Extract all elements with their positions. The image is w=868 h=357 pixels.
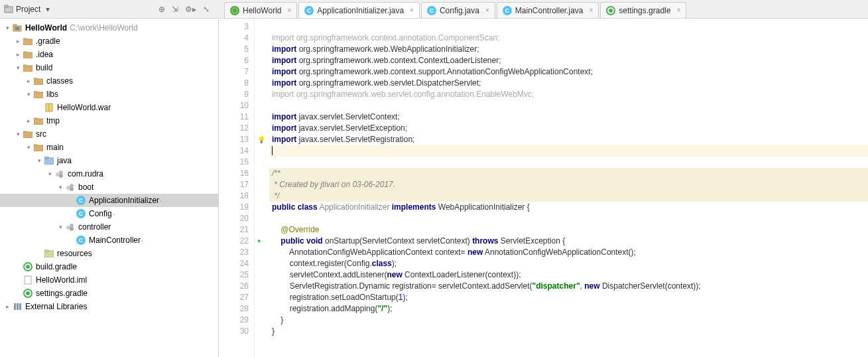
top-toolbar: Project ▾ ⊕ ⇲ ⚙▸ ⤡ HelloWorld×CApplicati… [0, 0, 868, 19]
editor-tab[interactable]: settings.gradle× [600, 2, 686, 18]
expand-arrow-icon[interactable]: ▸ [3, 303, 12, 310]
tree-item[interactable]: ▸settings.gradle [0, 287, 218, 300]
tree-node-icon [12, 302, 23, 311]
tree-item[interactable]: ▸.gradle [0, 35, 218, 48]
tree-node-label: ApplicationInitializer [89, 196, 159, 205]
code-editor[interactable]: 3456789101112131415161718192021222324252… [219, 19, 868, 357]
tree-node-label: build [36, 63, 52, 72]
svg-rect-7 [13, 25, 17, 27]
code-line[interactable]: * Created by jtivari on 03-06-2017. [269, 179, 868, 190]
tree-item[interactable]: ▾src [0, 127, 218, 141]
expand-arrow-icon[interactable]: ▸ [13, 51, 23, 58]
project-icon [4, 5, 13, 14]
code-line[interactable]: context.register(Config.class); [269, 258, 868, 269]
svg-point-5 [609, 9, 613, 13]
external-libraries[interactable]: ▸External Libraries [0, 300, 218, 313]
svg-rect-1 [5, 5, 8, 7]
code-line[interactable]: import javax.servlet.ServletRegistration… [269, 134, 868, 145]
tree-item[interactable]: ▾java [0, 154, 218, 167]
tree-item[interactable]: ▸HelloWorld.iml [0, 273, 218, 287]
code-line[interactable]: import org.springframework.web.servlet.D… [269, 78, 868, 89]
editor-tab[interactable]: CMainController.java× [497, 2, 599, 18]
code-line[interactable] [269, 157, 868, 168]
tree-item[interactable]: ▸CConfig ⬩ [0, 207, 218, 220]
code-line[interactable] [269, 100, 868, 111]
tree-item[interactable]: ▸build.gradle [0, 260, 218, 273]
close-icon[interactable]: × [410, 7, 414, 14]
tree-item[interactable]: ▾build [0, 61, 218, 74]
file-icon: C [427, 6, 436, 15]
editor-tab[interactable]: CApplicationInitializer.java× [298, 2, 420, 18]
target-icon[interactable]: ⊕ [158, 5, 165, 14]
expand-arrow-icon[interactable]: ▾ [56, 184, 65, 190]
editor-tab[interactable]: CConfig.java× [421, 2, 495, 18]
expand-arrow-icon[interactable]: ▾ [45, 171, 54, 177]
code-line[interactable] [269, 213, 868, 224]
tree-item[interactable]: ▸tmp [0, 114, 218, 127]
code-line[interactable]: import org.springframework.web.servlet.c… [269, 89, 868, 100]
expand-arrow-icon[interactable]: ▾ [24, 91, 33, 98]
tree-item[interactable]: ▸classes [0, 74, 218, 88]
code-line[interactable] [269, 21, 868, 33]
tree-item[interactable]: ▾com.rudra [0, 167, 218, 180]
chevron-down-icon[interactable]: ▾ [43, 5, 52, 14]
hide-icon[interactable]: ⤡ [203, 5, 210, 14]
code-line[interactable]: /** [269, 168, 868, 179]
expand-arrow-icon[interactable]: ▸ [24, 117, 33, 124]
tab-label: Config.java [440, 6, 479, 15]
file-icon [606, 6, 615, 15]
svg-rect-29 [14, 303, 16, 310]
tree-item[interactable]: ▸HelloWorld.war [0, 101, 218, 114]
tree-item[interactable]: ▸resources [0, 247, 218, 260]
file-icon [230, 6, 239, 15]
code-line[interactable]: public void onStartup(ServletContext ser… [269, 236, 868, 247]
code-area[interactable]: import org.springframework.context.annot… [269, 19, 868, 357]
code-line[interactable]: import org.springframework.web.context.C… [269, 55, 868, 66]
expand-arrow-icon[interactable]: ▸ [13, 38, 23, 44]
close-icon[interactable]: × [589, 7, 593, 14]
close-icon[interactable]: × [676, 7, 680, 14]
expand-arrow-icon[interactable]: ▸ [24, 78, 33, 84]
code-line[interactable]: public class ApplicationInitializer impl… [269, 202, 868, 213]
code-line[interactable]: import org.springframework.context.annot… [269, 33, 868, 44]
code-line[interactable]: */ [269, 190, 868, 202]
close-icon[interactable]: × [287, 7, 291, 14]
tree-item[interactable]: ▾controller [0, 220, 218, 234]
tree-item[interactable]: ▾main [0, 141, 218, 154]
tree-item-appinit[interactable]: ▸CApplicationInitializer ⬩ [0, 194, 218, 207]
code-line[interactable]: registration.setLoadOnStartup(1); [269, 292, 868, 303]
code-line[interactable] [269, 145, 868, 157]
expand-arrow-icon[interactable]: ▾ [3, 25, 12, 31]
svg-point-3 [233, 9, 237, 13]
svg-point-18 [70, 187, 74, 191]
tree-item[interactable]: ▸CMainController ⬩ [0, 234, 218, 247]
code-line[interactable]: servletContext.addListener(new ContextLo… [269, 269, 868, 281]
expand-arrow-icon[interactable]: ▾ [34, 157, 44, 164]
tree-node-icon [33, 76, 44, 86]
expand-arrow-icon[interactable]: ▾ [56, 224, 65, 230]
project-panel-header[interactable]: Project ▾ [4, 5, 153, 14]
code-line[interactable]: ServletRegistration.Dynamic registration… [269, 281, 868, 292]
code-line[interactable]: } [269, 315, 868, 326]
code-line[interactable]: import org.springframework.web.WebApplic… [269, 44, 868, 55]
code-line[interactable]: } [269, 326, 868, 337]
code-line[interactable]: import javax.servlet.ServletException; [269, 123, 868, 134]
editor-tab[interactable]: HelloWorld× [224, 2, 297, 18]
code-line[interactable]: import javax.servlet.ServletContext; [269, 111, 868, 123]
code-line[interactable]: registration.addMapping("/"); [269, 303, 868, 315]
modified-badge-icon: ⬩ [159, 198, 162, 204]
close-icon[interactable]: × [485, 7, 489, 14]
project-tree[interactable]: ▾HelloWorldC:\work\HelloWorld▸.gradle▸.i… [0, 19, 219, 357]
gear-icon[interactable]: ⚙▸ [185, 5, 196, 14]
expand-arrow-icon[interactable]: ▾ [24, 144, 33, 151]
collapse-icon[interactable]: ⇲ [172, 5, 178, 14]
expand-arrow-icon[interactable]: ▾ [13, 64, 23, 71]
tree-item[interactable]: ▾libs [0, 88, 218, 101]
code-line[interactable]: @Override [269, 224, 868, 236]
tree-item[interactable]: ▸.idea [0, 48, 218, 61]
expand-arrow-icon[interactable]: ▾ [13, 131, 23, 137]
code-line[interactable]: import org.springframework.web.context.s… [269, 66, 868, 78]
project-root[interactable]: ▾HelloWorldC:\work\HelloWorld [0, 21, 218, 35]
code-line[interactable]: AnnotationConfigWebApplicationContext co… [269, 247, 868, 258]
tree-item[interactable]: ▾boot [0, 180, 218, 194]
